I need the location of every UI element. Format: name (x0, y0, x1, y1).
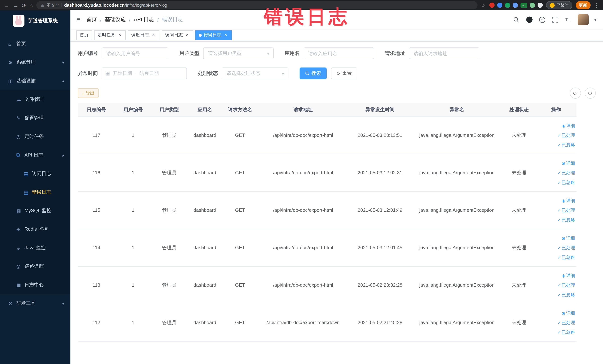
cell-app-name: dashboard (187, 117, 222, 154)
export-button[interactable]: ↓ 导出 (78, 88, 99, 98)
cell-status: 未处理 (502, 117, 536, 154)
gear-icon: ⚙ (588, 90, 592, 96)
action-processed-link[interactable]: ✓已处理 (538, 130, 575, 140)
sidebar-item-mysql-monitor[interactable]: ▦MySQL 监控 (0, 201, 70, 220)
sidebar-item-config-management[interactable]: ✎配置管理 (0, 109, 70, 127)
action-processed-link[interactable]: ✓已处理 (538, 205, 575, 215)
reset-button[interactable]: ⟳ 重置 (331, 68, 357, 79)
github-icon[interactable] (526, 16, 533, 23)
logo[interactable]: 芋道管理系统 (0, 10, 70, 31)
font-size-icon[interactable]: TT (565, 16, 572, 23)
app-name-input[interactable] (303, 47, 374, 59)
end-date-placeholder: 结束日期 (139, 70, 159, 77)
cell-user-id: 1 (115, 117, 151, 154)
sidebar-item-api-logs[interactable]: ⧉API 日志∧ (0, 146, 70, 164)
help-icon[interactable]: ? (539, 16, 546, 23)
extension-on-badge[interactable]: on (520, 3, 527, 8)
refresh-table-button[interactable]: ⟳ (570, 88, 581, 99)
extension-blue-grid-icon[interactable] (512, 3, 518, 8)
address-bar[interactable]: ⚠ 不安全 dashboard.yudao.iocoder.cn/infra/l… (36, 1, 477, 9)
update-button[interactable]: 更新 (576, 1, 590, 9)
cell-status: 未处理 (502, 154, 536, 191)
close-tab-icon[interactable]: × (223, 33, 228, 38)
browser-forward-icon[interactable]: → (13, 2, 18, 8)
action-processed-link[interactable]: ✓已处理 (538, 318, 575, 327)
sidebar-item-label: 错误日志 (32, 189, 51, 195)
extension-green-circle-icon[interactable] (505, 3, 510, 8)
column-settings-button[interactable]: ⚙ (584, 88, 596, 99)
tab-home[interactable]: 首页 (76, 30, 92, 40)
close-tab-icon[interactable]: × (185, 33, 190, 38)
action-ignored-link[interactable]: ✓已忽略 (538, 140, 575, 150)
extension-blue-drop-icon[interactable] (497, 3, 502, 8)
search-icon[interactable] (513, 16, 520, 23)
action-ignored-link[interactable]: ✓已忽略 (538, 177, 575, 187)
action-processed-link[interactable]: ✓已处理 (538, 280, 575, 290)
cell-url: /api/infra/db-doc/export-html (258, 266, 348, 304)
close-tab-icon[interactable]: × (117, 33, 122, 38)
chevron-up-icon: ∧ (62, 153, 65, 157)
close-tab-icon[interactable]: × (151, 33, 156, 38)
bookmark-star-icon[interactable]: ☆ (481, 2, 486, 8)
sidebar-item-log-center[interactable]: ▣日志中心 (0, 276, 70, 294)
action-detail-link[interactable]: ◉详细 (538, 270, 575, 280)
action-detail-link[interactable]: ◉详细 (538, 121, 575, 130)
tab-scheduled-tasks[interactable]: 定时任务× (94, 30, 126, 40)
fullscreen-icon[interactable] (552, 16, 559, 23)
extension-paw-icon[interactable] (537, 3, 543, 8)
svg-text:T: T (569, 19, 571, 22)
paused-profile-chip[interactable]: 已暂停 (546, 1, 572, 9)
sidebar-item-home[interactable]: ⌂首页 (0, 35, 70, 53)
table-row: 1161管理员dashboardGET/api/infra/db-doc/exp… (78, 154, 577, 191)
exception-time-range-picker[interactable]: ▦ 开始日期 - 结束日期 (102, 68, 187, 79)
search-button[interactable]: 搜索 (300, 68, 327, 79)
tab-error-logs[interactable]: 错误日志× (195, 30, 232, 40)
avatar-caret-down-icon[interactable]: ▾ (594, 17, 596, 22)
breadcrumb-item[interactable]: API 日志 (134, 16, 154, 23)
sidebar-item-redis-monitor[interactable]: ◈Redis 监控 (0, 220, 70, 238)
action-label: 已忽略 (562, 255, 575, 260)
tab-access-logs[interactable]: 访问日志× (162, 30, 193, 40)
user-avatar[interactable] (578, 14, 589, 25)
action-ignored-link[interactable]: ✓已忽略 (538, 215, 575, 224)
hamburger-icon[interactable]: ≡ (70, 16, 86, 24)
browser-refresh-icon[interactable]: ⟳ (22, 2, 26, 8)
user-id-input[interactable] (102, 47, 168, 59)
action-processed-link[interactable]: ✓已处理 (538, 168, 575, 177)
breadcrumb-item[interactable]: 基础设施 (105, 16, 126, 23)
breadcrumb-item[interactable]: 首页 (86, 16, 97, 23)
sidebar-item-scheduled-tasks[interactable]: ◷定时任务 (0, 127, 70, 146)
sidebar-item-java-monitor[interactable]: ☕Java 监控 (0, 238, 70, 257)
filter-row-2: 异常时间 ▦ 开始日期 - 结束日期 处理状态 请选择处理状态 ∨ (78, 68, 596, 79)
tab-schedule-logs[interactable]: 调度日志× (128, 30, 159, 40)
extension-leaf-icon[interactable] (530, 3, 535, 8)
sidebar-item-infrastructure[interactable]: ◫基础设施∧ (0, 71, 70, 90)
cell-time: 2021-05-02 23:32:28 (348, 266, 412, 304)
request-url-input[interactable] (409, 47, 479, 59)
java-icon: ☕ (16, 245, 24, 250)
sidebar-item-access-logs[interactable]: ▤访问日志 (0, 164, 70, 183)
user-type-select[interactable]: 请选择用户类型 ∨ (203, 47, 274, 59)
browser-menu-kebab-icon[interactable]: ⋮ (594, 2, 599, 8)
tab-label: 首页 (80, 32, 89, 38)
sidebar-item-link-tracing[interactable]: ◎链路追踪 (0, 257, 70, 276)
sidebar-item-file-management[interactable]: ☁文件管理 (0, 90, 70, 109)
sidebar-item-system-management[interactable]: ⚙系统管理∨ (0, 53, 70, 71)
browser-home-icon[interactable]: ⌂ (29, 2, 33, 8)
extension-red-icon[interactable] (489, 3, 494, 8)
action-ignored-link[interactable]: ✓已忽略 (538, 252, 575, 262)
cell-time: 2021-05-03 12:02:31 (348, 154, 412, 191)
action-detail-link[interactable]: ◉详细 (538, 308, 575, 318)
browser-back-icon[interactable]: ← (4, 2, 9, 8)
action-processed-link[interactable]: ✓已处理 (538, 243, 575, 252)
table-header-cell: 处理状态 (502, 103, 536, 117)
action-ignored-link[interactable]: ✓已忽略 (538, 327, 575, 337)
sidebar-item-label: 链路追踪 (24, 263, 44, 270)
action-ignored-link[interactable]: ✓已忽略 (538, 290, 575, 299)
sidebar-item-error-logs[interactable]: ▤错误日志 (0, 183, 70, 201)
process-status-select[interactable]: 请选择处理状态 ∨ (222, 68, 289, 79)
action-detail-link[interactable]: ◉详细 (538, 233, 575, 243)
sidebar-item-dev-tools[interactable]: ⚒研发工具∨ (0, 294, 70, 313)
action-detail-link[interactable]: ◉详细 (538, 196, 575, 205)
action-detail-link[interactable]: ◉详细 (538, 158, 575, 168)
